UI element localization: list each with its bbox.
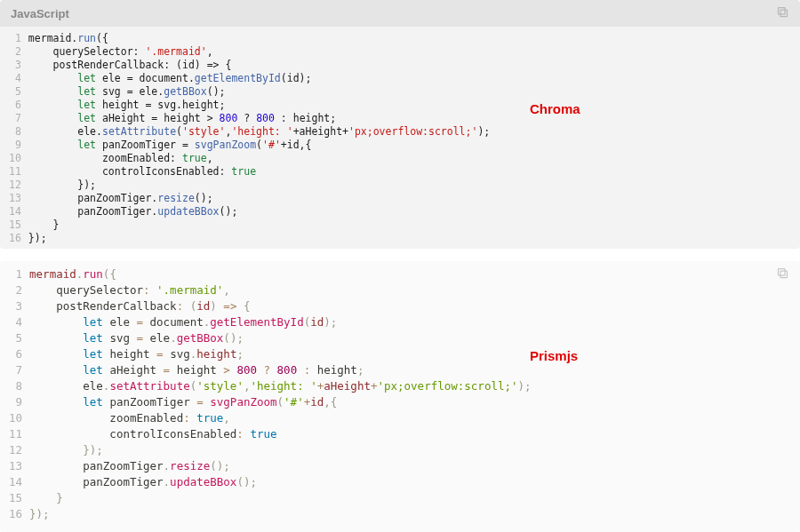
annotation-chroma: Chroma — [530, 101, 580, 116]
code-block-chroma: JavaScript 12345678910111213141516 merma… — [0, 0, 800, 249]
copy-icon[interactable] — [776, 266, 789, 284]
code-header: JavaScript — [0, 0, 800, 27]
line-numbers: 12345678910111213141516 — [0, 261, 29, 528]
code-content[interactable]: mermaid.run({ querySelector: '.mermaid',… — [28, 27, 490, 249]
code-block-prism: 12345678910111213141516 mermaid.run({ qu… — [0, 261, 800, 532]
code-area[interactable]: 12345678910111213141516 mermaid.run({ qu… — [0, 27, 800, 249]
svg-rect-3 — [779, 269, 786, 276]
copy-icon[interactable] — [776, 5, 789, 21]
annotation-prism: Prismjs — [530, 348, 578, 363]
language-label: JavaScript — [11, 7, 69, 20]
svg-rect-2 — [780, 271, 788, 278]
code-content[interactable]: mermaid.run({ querySelector: '.mermaid',… — [29, 261, 532, 528]
line-numbers: 12345678910111213141516 — [0, 27, 28, 249]
svg-rect-1 — [779, 8, 786, 15]
code-area[interactable]: 12345678910111213141516 mermaid.run({ qu… — [0, 261, 800, 528]
svg-rect-0 — [780, 10, 788, 17]
